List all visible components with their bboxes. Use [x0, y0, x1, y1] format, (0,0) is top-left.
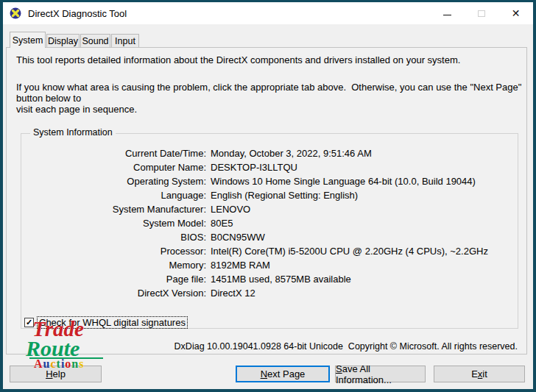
info-label: Language:: [29, 190, 206, 201]
exit-button-label: Exit: [471, 368, 487, 379]
save-all-information-button[interactable]: Save All Information...: [335, 366, 426, 382]
info-label: Computer Name:: [29, 162, 206, 173]
info-label: Operating System:: [29, 176, 206, 187]
close-icon: ✕: [512, 8, 521, 18]
groupbox-legend: System Information: [30, 127, 116, 138]
close-button[interactable]: ✕: [498, 2, 533, 24]
info-value: 8192MB RAM: [211, 260, 270, 271]
tab-display-label: Display: [48, 36, 78, 46]
info-value: English (Regional Setting: English): [211, 190, 358, 201]
info-row: System Manufacturer:LENOVO: [29, 202, 517, 216]
info-label: System Manufacturer:: [29, 204, 206, 215]
window-title: DirectX Diagnostic Tool: [28, 8, 127, 19]
whql-checkbox[interactable]: ✓: [24, 318, 34, 327]
info-label: BIOS:: [29, 232, 206, 243]
tab-input[interactable]: Input: [111, 34, 139, 48]
info-row: Operating System:Windows 10 Home Single …: [29, 174, 517, 188]
help-button[interactable]: Help: [10, 366, 102, 382]
info-label: Memory:: [29, 260, 206, 271]
tab-sound-label: Sound: [82, 36, 108, 46]
info-row: Processor:Intel(R) Core(TM) i5-5200U CPU…: [29, 244, 517, 258]
exit-button[interactable]: Exit: [434, 366, 525, 382]
info-value: Intel(R) Core(TM) i5-5200U CPU @ 2.20GHz…: [211, 246, 488, 257]
directx-icon: [10, 7, 21, 19]
info-value: Monday, October 3, 2022, 9:51:46 AM: [211, 148, 372, 159]
info-row: System Model:80E5: [29, 216, 517, 230]
maximize-icon: [478, 10, 485, 17]
save-all-information-button-label: Save All Information...: [336, 363, 425, 385]
info-row: DirectX Version:DirectX 12: [29, 286, 517, 300]
next-page-button[interactable]: Next Page: [236, 366, 330, 382]
check-icon: ✓: [26, 318, 32, 327]
info-value: B0CN95WW: [211, 232, 265, 243]
info-label: Current Date/Time:: [29, 148, 206, 159]
info-row: Current Date/Time:Monday, October 3, 202…: [29, 146, 517, 160]
minimize-button[interactable]: [430, 2, 465, 24]
info-label: Page file:: [29, 274, 206, 285]
dxdiag-window: DirectX Diagnostic Tool ✕ System Display…: [0, 0, 536, 392]
version-status-text: DxDiag 10.00.19041.0928 64-bit Unicode C…: [174, 341, 518, 352]
tab-sound[interactable]: Sound: [80, 34, 110, 48]
info-row: Page file:1451MB used, 8575MB available: [29, 272, 517, 286]
tab-system-label: System: [13, 35, 43, 46]
window-controls: ✕: [430, 2, 533, 24]
whql-checkbox-row: ✓ Check for WHQL digital signatures: [24, 316, 188, 329]
help-button-label: Help: [46, 368, 66, 379]
info-row: BIOS:B0CN95WW: [29, 230, 517, 244]
tab-display[interactable]: Display: [46, 34, 80, 48]
intro-paragraph-1: This tool reports detailed information a…: [16, 54, 526, 65]
info-label: System Model:: [29, 218, 206, 229]
minimize-icon: [443, 15, 451, 15]
next-page-button-label: Next Page: [261, 368, 306, 379]
info-value: Windows 10 Home Single Language 64-bit (…: [211, 176, 476, 187]
info-value: 80E5: [211, 218, 233, 229]
info-value: DESKTOP-I3LLTQU: [211, 162, 297, 173]
info-row: Computer Name:DESKTOP-I3LLTQU: [29, 160, 517, 174]
info-label: DirectX Version:: [29, 288, 206, 299]
tab-input-label: Input: [115, 36, 135, 46]
intro-paragraph-2: If you know what area is causing the pro…: [16, 82, 526, 115]
info-value: LENOVO: [211, 204, 250, 215]
tab-system[interactable]: System: [10, 32, 46, 48]
whql-checkbox-label[interactable]: Check for WHQL digital signatures: [37, 316, 188, 329]
info-value: DirectX 12: [211, 288, 255, 299]
info-value: 1451MB used, 8575MB available: [211, 274, 351, 285]
maximize-button: [465, 2, 499, 24]
info-row: Language:English (Regional Setting: Engl…: [29, 188, 517, 202]
info-label: Processor:: [29, 246, 206, 257]
system-information-rows: Current Date/Time:Monday, October 3, 202…: [29, 146, 517, 300]
info-row: Memory:8192MB RAM: [29, 258, 517, 272]
